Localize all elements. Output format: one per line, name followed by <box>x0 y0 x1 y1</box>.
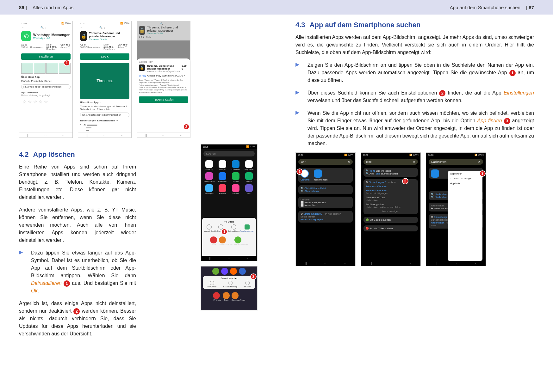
price-button[interactable]: 3,99 € <box>80 53 129 60</box>
app-vendor: WhatsApp LLC <box>33 37 70 40</box>
lock-icon: 🔒 <box>139 64 145 71</box>
page-right: App auf dem Smartphone suchen 87 4.3App … <box>276 0 553 392</box>
toolbar: ← 🔍 ⋮ <box>19 26 72 30</box>
intro: Alle installierten Apps werden auf dem A… <box>295 34 534 56</box>
section-4-3-title: 4.3App auf dem Smartphone suchen <box>295 21 534 29</box>
buy-button[interactable]: Tippen & Kaufen <box>139 96 188 103</box>
callout-3: 3 <box>504 118 510 124</box>
context-menu[interactable]: App finden 3 Zu Start hinzufügen App-Inf… <box>448 171 482 261</box>
screenshot-deactivate: Game Launcher Auswählen Zu Start hinzufü… <box>201 266 258 310</box>
context-popup: YT Music Auswählen Zu Start hinzuf. Dein… <box>202 218 256 256</box>
bullet-icon: ▶ <box>19 249 25 295</box>
bottom-screenshots-row: 16:07📶 100% Chr✕ 1 Chrome Nachrichten 🔍 … <box>295 152 534 266</box>
nav-bar: |||○＜ <box>19 132 72 138</box>
chapter-title-right: App auf dem Smartphone suchen <box>450 5 520 10</box>
screenshot-threema: 17:51📶 100% ← 🔍 ⋮ 🔒 Threema. Sicherer un… <box>78 21 132 138</box>
screenshot-search-chr: 16:07📶 100% Chr✕ 1 Chrome Nachrichten 🔍 … <box>295 152 356 266</box>
screenshot-purchase: ← 🔍 ⋮ 🔒 Threema. Sicherer und privater M… <box>137 21 190 138</box>
time: 17:50 <box>21 22 27 25</box>
page-number-right: 87 <box>520 5 534 10</box>
battery: 📶 100% <box>61 22 71 25</box>
p3: Ärgerlich ist, dass einige Apps nicht de… <box>19 300 136 338</box>
whatsapp-icon: ✆ <box>21 31 31 41</box>
callout-1: 1 <box>509 70 516 76</box>
install-button[interactable]: Installieren <box>21 53 71 60</box>
callout-1: 1 <box>296 168 303 175</box>
screenshot-whatsapp: 17:50📶 100% ← 🔍 ⋮ ✆ WhatsApp Messenger W… <box>19 21 73 138</box>
section-4-2-wrapper: 4.2App löschen Eine Reihe von Apps sind … <box>19 144 258 343</box>
bullet-icon: ▶ <box>295 109 301 147</box>
promo-image: Threema. <box>80 63 129 99</box>
top-screenshots-row: 17:50📶 100% ← 🔍 ⋮ ✆ WhatsApp Messenger W… <box>19 21 258 138</box>
callout-2: 2 <box>439 90 445 96</box>
callout-3: 3 <box>183 124 190 130</box>
search-input[interactable]: töne✕ <box>363 159 418 165</box>
rating-stars[interactable]: ☆ ☆ ☆ ☆ ☆ <box>19 97 72 106</box>
callout-2: 2 <box>402 178 408 184</box>
chapter-title-left: Alles rund um Apps <box>33 5 73 10</box>
threema-icon: 🔒 <box>80 31 87 41</box>
callout-1: 1 <box>221 229 227 235</box>
search-input[interactable]: Nachrichten✕ <box>429 159 483 165</box>
bullet-deinstall: ▶ Dazu tippen Sie etwas länger auf das A… <box>19 249 136 295</box>
p1: Eine Reihe von Apps sind schon auf Ihrem… <box>19 163 136 201</box>
callout-1: 1 <box>64 60 70 66</box>
screenshot-search-nachrichten: 16:08📶 100% Nachrichten✕ App finden 3 Zu… <box>426 152 486 266</box>
screenshot-app-grid: 16:05📶 100% Suchen Samsung Google OneDri… <box>201 144 258 261</box>
section-4-2-title: 4.2App löschen <box>19 150 136 159</box>
callout-3: 3 <box>479 170 486 177</box>
callout-2: 2 <box>73 308 80 315</box>
callout-1: 1 <box>64 280 70 287</box>
bullet-icon: ▶ <box>295 89 301 104</box>
app-grid: Samsung Google OneDrive Play Store Galax… <box>201 158 257 196</box>
page-header-left: 86 Alles rund um Apps <box>0 0 276 15</box>
bullet-1: ▶ Zeigen Sie den App-Bildschirm an und t… <box>295 61 534 84</box>
screenshot-search-toene: 16:08📶 100% töne✕ 🔍 Töne und Vibration 🔍… <box>361 152 421 266</box>
page-number-left: 86 <box>19 5 33 10</box>
app-name: WhatsApp Messenger <box>33 33 70 37</box>
bullet-icon: ▶ <box>295 61 301 84</box>
bullet-2: ▶ Über dieses Suchfeld können Sie auch E… <box>295 89 534 104</box>
page-left: 86 Alles rund um Apps 17:50📶 100% ← 🔍 ⋮ … <box>0 0 276 392</box>
bullet-3: ▶ Wenn Sie die App nicht nur öffnen, son… <box>295 109 534 147</box>
lock-icon: 🔒 <box>139 26 145 35</box>
p2: Andere vorinstallierte Apps, wie z. B. Y… <box>19 206 136 244</box>
search-input[interactable]: Suchen <box>203 151 255 156</box>
callout-2: 2 <box>250 273 257 280</box>
page-header-right: App auf dem Smartphone suchen 87 <box>276 0 553 15</box>
search-input[interactable]: Chr✕ <box>298 159 353 165</box>
